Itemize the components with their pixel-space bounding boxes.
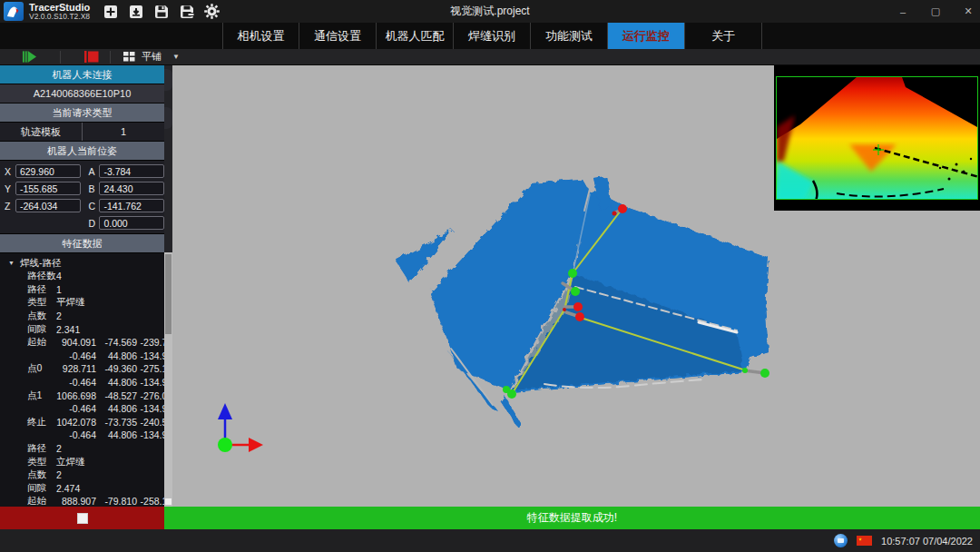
layout-mode-label: 平铺 (142, 50, 162, 64)
tree-line[interactable]: 起始888.907-79.810-258.142 (0, 495, 164, 507)
pointcloud-viewport[interactable] (172, 65, 980, 507)
toolbar-separator (110, 51, 111, 64)
clock: 10:57:07 07/04/2022 (881, 536, 973, 547)
pose-header: 机器人当前位姿 (0, 142, 164, 161)
tree-line-value: -74.569 (97, 337, 137, 348)
tree-scrollbar[interactable] (164, 252, 172, 507)
tab-6[interactable]: 关于 (685, 23, 762, 49)
tree-line[interactable]: 路径数4 (0, 270, 164, 283)
tree-line-value: 44.806 (97, 377, 137, 388)
tree-line[interactable]: 间隙2.341 (0, 322, 164, 336)
tree-line[interactable]: 类型平焊缝 (0, 296, 164, 310)
tree-line-value: 904.091 (56, 337, 96, 348)
tree-root-node[interactable]: ▼ 焊线-路径 (0, 256, 164, 270)
layout-dropdown-arrow[interactable]: ▼ (172, 53, 180, 61)
tree-line-label: 终止 (27, 416, 56, 429)
pose-value-field[interactable]: 24.430 (99, 182, 164, 195)
tree-line-value: 2 (56, 443, 62, 454)
tree-line-value: -134.982 (138, 429, 164, 440)
tool-bar: 平铺 ▼ (0, 49, 980, 65)
app-name: TracerStudio V2.0.0.S10.T2.X8 (29, 3, 90, 21)
tab-1[interactable]: 通信设置 (299, 23, 377, 49)
panel-handle[interactable] (164, 69, 172, 91)
maximize-button[interactable]: ▢ (929, 5, 942, 17)
pose-value-field[interactable]: -3.784 (99, 164, 164, 178)
app-logo-icon (4, 2, 24, 21)
tree-line-value: 平焊缝 (56, 296, 85, 309)
tree-line-value: 44.806 (97, 350, 137, 361)
pose-rows: X629.960A-3.784Y-155.685B24.430Z-264.034… (0, 161, 164, 234)
open-project-icon[interactable] (128, 4, 143, 19)
tree-line[interactable]: 点0928.711-49.360-275.182 (0, 362, 164, 376)
depth-map-thumbnail[interactable] (774, 65, 980, 211)
tree-line[interactable]: 终止1042.078-73.735-240.598 (0, 416, 164, 429)
tree-line-label: 类型 (27, 296, 56, 309)
stop-checkbox[interactable] (77, 513, 88, 524)
minimize-button[interactable]: – (897, 6, 909, 17)
pose-row: D0.000 (0, 214, 164, 232)
tree-line-value: -258.142 (138, 496, 164, 507)
tree-line-value: -0.464 (56, 377, 96, 388)
title-bar: TracerStudio V2.0.0.S10.T2.X8 视觉测试.proje… (0, 0, 980, 23)
tree-line[interactable]: -0.46444.806-134.982 (0, 402, 164, 416)
tree-line-value: 1042.078 (56, 417, 96, 428)
robot-sidebar: 机器人未连接 A2140068366E10P10 当前请求类型 轨迹模板 1 机… (0, 65, 164, 507)
trajectory-template-value[interactable]: 1 (83, 123, 164, 141)
tree-line-value: -48.527 (97, 390, 137, 401)
tree-line[interactable]: 点11066.698-48.527-276.072 (0, 389, 164, 402)
tree-line-label: 点数 (27, 468, 56, 481)
tree-line-value: 2.474 (56, 483, 80, 494)
panel-handle[interactable] (164, 107, 172, 129)
axis-triad (218, 403, 263, 452)
pose-value-field[interactable]: 629.960 (15, 164, 81, 178)
save-as-icon[interactable] (179, 4, 194, 19)
tree-line[interactable]: -0.46444.806-134.982 (0, 429, 164, 442)
tree-line-value: -73.735 (97, 417, 137, 428)
tree-expander-icon[interactable]: ▼ (8, 260, 15, 266)
tree-line[interactable]: -0.46444.806-134.982 (0, 350, 164, 363)
pose-value-field[interactable]: -141.762 (99, 199, 164, 212)
tree-line-value: 1066.698 (56, 390, 96, 401)
pose-value-field[interactable]: 0.000 (99, 216, 164, 230)
settings-gear-icon[interactable] (204, 4, 220, 19)
tab-0[interactable]: 相机设置 (222, 23, 299, 49)
layout-grid-icon[interactable] (122, 49, 137, 64)
tab-3[interactable]: 焊缝识别 (454, 23, 531, 49)
tree-line[interactable]: 间隙2.474 (0, 482, 164, 496)
tab-bar: 相机设置通信设置机器人匹配焊缝识别功能测试运行监控关于 (0, 23, 980, 49)
tab-4[interactable]: 功能测试 (531, 23, 608, 49)
tree-line-value: 4 (56, 271, 62, 281)
pose-value-field[interactable]: -155.685 (15, 182, 81, 195)
pose-axis-label: D (89, 218, 100, 229)
pose-axis-label: A (89, 166, 100, 177)
run-button[interactable] (22, 49, 37, 64)
tree-line-value: -275.182 (138, 363, 164, 374)
tree-line-label: 起始 (27, 495, 56, 507)
tree-line-value: -0.464 (56, 350, 96, 361)
tree-line-value: 44.806 (97, 429, 137, 440)
pose-value-field[interactable]: -264.034 (15, 199, 81, 212)
tab-5[interactable]: 运行监控 (608, 23, 685, 49)
tree-line[interactable]: 点数2 (0, 310, 164, 323)
tab-bar-tabs: 相机设置通信设置机器人匹配焊缝识别功能测试运行监控关于 (222, 23, 762, 49)
stop-button[interactable] (83, 49, 99, 64)
tree-line[interactable]: -0.46444.806-134.982 (0, 376, 164, 389)
tree-line-value: 928.711 (56, 363, 96, 374)
close-button[interactable]: ✕ (962, 5, 975, 17)
ime-icon[interactable] (834, 534, 848, 547)
tree-line-label: 类型 (27, 456, 56, 468)
save-icon[interactable] (153, 4, 169, 19)
tree-line-value: -49.360 (97, 363, 137, 374)
tree-line-value: 2.341 (56, 324, 80, 335)
pose-row: Z-264.034C-141.762 (0, 197, 164, 214)
tree-line[interactable]: 路径1 (0, 283, 164, 297)
tree-line-value: -0.464 (56, 429, 96, 440)
tree-line[interactable]: 路径2 (0, 442, 164, 456)
tree-line[interactable]: 点数2 (0, 468, 164, 482)
tab-2[interactable]: 机器人匹配 (377, 23, 454, 49)
tree-line[interactable]: 类型立焊缝 (0, 455, 164, 468)
tree-scrollbar-thumb[interactable] (165, 254, 172, 334)
tree-line[interactable]: 起始904.091-74.569-239.708 (0, 336, 164, 350)
language-flag-icon[interactable] (857, 536, 872, 546)
new-project-icon[interactable] (103, 4, 118, 19)
